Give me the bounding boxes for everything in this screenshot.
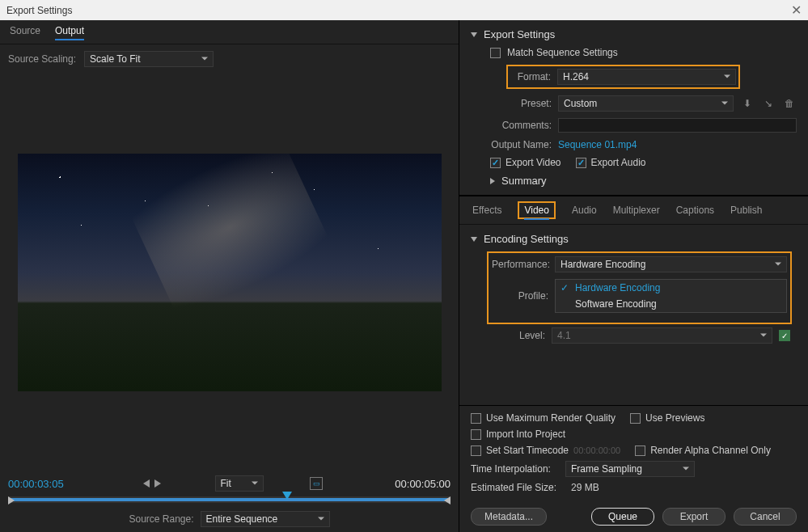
time-interpolation-label: Time Interpolation: [471,463,551,475]
in-point-icon[interactable] [8,496,15,505]
source-scaling-dropdown[interactable]: Scale To Fit [84,51,214,67]
tab-source[interactable]: Source [10,25,40,40]
estimated-size-value: 29 MB [571,482,599,493]
set-start-timecode-checkbox[interactable] [471,445,481,456]
window-title: Export Settings [6,5,72,16]
settings-tabs: Effects Video Audio Multiplexer Captions… [459,196,808,225]
render-alpha-checkbox[interactable] [635,445,645,456]
match-sequence-checkbox[interactable] [490,48,501,58]
prev-frame-icon[interactable] [143,479,150,488]
performance-label: Performance: [492,259,548,270]
tab-output[interactable]: Output [55,25,84,40]
option-software-encoding[interactable]: Software Encoding [556,296,786,312]
export-audio-checkbox[interactable] [576,158,586,168]
output-name-link[interactable]: Sequence 01.mp4 [558,139,637,150]
close-icon[interactable]: ✕ [791,2,802,18]
chevron-down-icon [471,237,477,242]
preview-area [0,74,459,471]
timeline: 00:00:03:05 Fit ▭ 00:00:05:00 [0,471,459,532]
aspect-ratio-icon[interactable]: ▭ [310,477,323,490]
level-dropdown[interactable]: 4.1 [552,327,772,344]
preview-tabs: Source Output [0,20,459,44]
format-label: Format: [510,71,551,82]
export-video-checkbox[interactable] [490,158,501,168]
source-range-dropdown[interactable]: Entire Sequence [201,511,330,527]
level-check-icon: ✓ [779,330,790,341]
format-dropdown[interactable]: H.264 [557,69,736,85]
profile-label: Profile: [492,279,548,302]
output-name-label: Output Name: [471,139,552,150]
tab-video[interactable]: Video [524,202,548,220]
preset-dropdown[interactable]: Custom [558,95,734,112]
bottom-options: Use Maximum Render Quality Use Previews … [459,405,808,505]
preset-label: Preset: [471,98,552,109]
chevron-down-icon [471,32,477,37]
tab-audio[interactable]: Audio [572,202,597,218]
delete-preset-icon[interactable]: 🗑 [782,96,797,111]
option-hardware-encoding[interactable]: Hardware Encoding [556,280,786,296]
comments-label: Comments: [471,120,552,131]
performance-dropdown[interactable]: Hardware Encoding [555,256,787,272]
estimated-size-label: Estimated File Size: [471,482,556,493]
export-settings-header[interactable]: Export Settings [471,28,797,40]
import-into-project-checkbox[interactable] [471,429,481,440]
save-preset-icon[interactable]: ⬇ [740,96,755,111]
comments-input[interactable] [558,118,797,133]
current-timecode[interactable]: 00:00:03:05 [8,478,89,490]
tab-effects[interactable]: Effects [472,202,501,218]
source-scaling-label: Source Scaling: [8,53,76,65]
preview-panel: Source Output Source Scaling: Scale To F… [0,20,459,532]
playhead-icon[interactable] [282,492,292,500]
button-row: Metadata... Queue Export Cancel [459,505,808,532]
import-preset-icon[interactable]: ↘ [761,96,776,111]
settings-panel: Export Settings Match Sequence Settings … [459,20,808,532]
source-range-label: Source Range: [129,513,193,525]
performance-menu: Hardware Encoding Software Encoding [555,279,787,313]
chevron-right-icon[interactable] [490,178,495,184]
titlebar: Export Settings ✕ [0,0,808,20]
time-interpolation-dropdown[interactable]: Frame Sampling [565,461,695,477]
level-label: Level: [489,330,545,341]
out-point-icon[interactable] [444,496,451,505]
tab-publish[interactable]: Publish [730,202,762,218]
timeline-track[interactable] [8,496,451,503]
tab-multiplexer[interactable]: Multiplexer [613,202,660,218]
max-render-quality-checkbox[interactable] [471,413,481,424]
tab-captions[interactable]: Captions [676,202,714,218]
match-sequence-label: Match Sequence Settings [507,47,618,58]
metadata-button[interactable]: Metadata... [471,508,547,526]
use-previews-checkbox[interactable] [630,413,641,424]
encoding-settings-header[interactable]: Encoding Settings [471,233,797,245]
next-frame-icon[interactable] [154,479,161,488]
queue-button[interactable]: Queue [591,508,654,526]
export-button[interactable]: Export [662,508,726,526]
preview-image [18,154,442,391]
cancel-button[interactable]: Cancel [734,508,797,526]
summary-header[interactable]: Summary [501,175,547,187]
zoom-fit-dropdown[interactable]: Fit [215,475,264,492]
nav-arrows [136,479,168,488]
duration-timecode: 00:00:05:00 [370,478,451,490]
